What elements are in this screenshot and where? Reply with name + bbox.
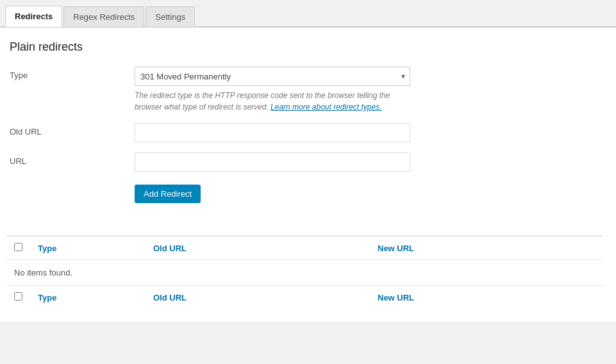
select-all-checkbox-bottom[interactable] bbox=[14, 292, 22, 301]
url-control-wrap bbox=[135, 153, 410, 172]
table-area: Type Old URL New URL No items found. bbox=[6, 235, 603, 309]
section-title: Plain redirects bbox=[6, 40, 603, 54]
learn-more-link[interactable]: Learn more about redirect types. bbox=[271, 103, 381, 112]
type-help-text: The redirect type is the HTTP response c… bbox=[135, 90, 410, 113]
footer-old-url: Old URL bbox=[146, 286, 370, 310]
footer-new-url: New URL bbox=[370, 286, 603, 310]
url-label: URL bbox=[10, 153, 135, 166]
old-url-row: Old URL bbox=[6, 123, 603, 142]
old-url-control-wrap bbox=[135, 123, 410, 142]
table-header-row: Type Old URL New URL bbox=[6, 236, 603, 260]
header-new-url: New URL bbox=[370, 236, 603, 260]
header-type: Type bbox=[30, 236, 146, 260]
header-checkbox-col bbox=[6, 236, 30, 260]
type-control-wrap: 301 Moved Permanently 302 Found 303 See … bbox=[135, 67, 410, 113]
header-old-url: Old URL bbox=[146, 236, 370, 260]
tabs-bar: Redirects Regex Redirects Settings bbox=[0, 0, 616, 27]
type-label: Type bbox=[10, 67, 135, 80]
no-items-row: No items found. bbox=[6, 260, 603, 286]
table-footer-row: Type Old URL New URL bbox=[6, 286, 603, 310]
no-items-cell: No items found. bbox=[6, 260, 603, 286]
url-row: URL bbox=[6, 153, 603, 172]
type-select-wrapper: 301 Moved Permanently 302 Found 303 See … bbox=[135, 67, 410, 86]
main-content: Plain redirects Type 301 Moved Permanent… bbox=[0, 27, 616, 322]
old-url-input[interactable] bbox=[135, 123, 410, 142]
add-redirect-wrap: Add Redirect bbox=[6, 182, 603, 203]
select-all-checkbox-top[interactable] bbox=[14, 243, 22, 251]
add-redirect-button[interactable]: Add Redirect bbox=[135, 185, 201, 203]
type-row: Type 301 Moved Permanently 302 Found 303… bbox=[6, 67, 603, 113]
spacer bbox=[6, 203, 603, 216]
redirects-table: Type Old URL New URL No items found. bbox=[6, 236, 603, 309]
footer-checkbox-col bbox=[6, 286, 30, 310]
url-input[interactable] bbox=[135, 153, 410, 172]
tab-regex-redirects[interactable]: Regex Redirects bbox=[63, 6, 144, 27]
type-select[interactable]: 301 Moved Permanently 302 Found 303 See … bbox=[135, 67, 410, 86]
tab-settings[interactable]: Settings bbox=[146, 6, 195, 27]
old-url-label: Old URL bbox=[10, 123, 135, 136]
tab-redirects[interactable]: Redirects bbox=[5, 6, 62, 27]
footer-type: Type bbox=[30, 286, 146, 310]
page-wrapper: Redirects Regex Redirects Settings Plain… bbox=[0, 0, 616, 364]
